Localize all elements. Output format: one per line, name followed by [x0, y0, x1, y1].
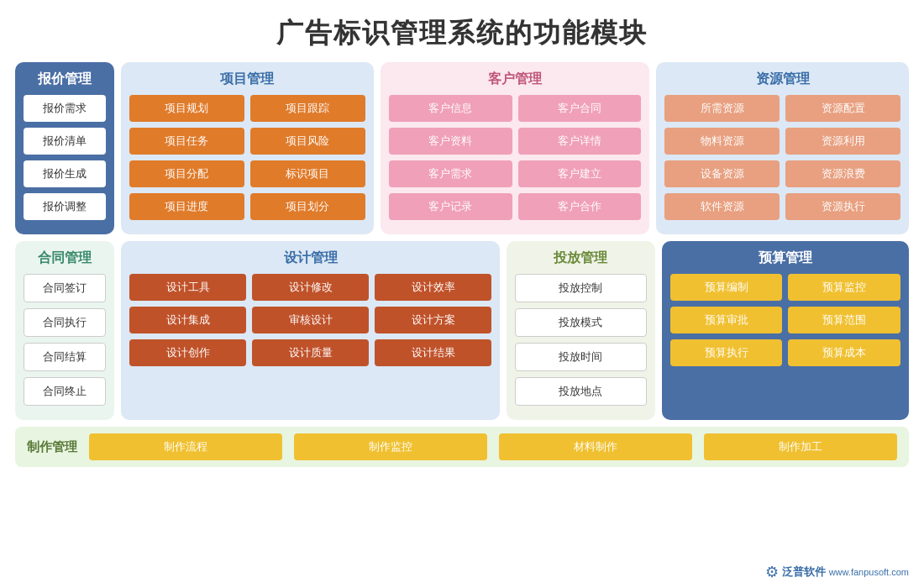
- ziyuan-title: 资源管理: [664, 71, 900, 88]
- zhizuo-title: 制作管理: [27, 439, 77, 455]
- xiangmu-item-3[interactable]: 项目风险: [250, 128, 365, 155]
- sheji-item-2[interactable]: 设计效率: [375, 274, 491, 301]
- kehu-item-4[interactable]: 客户需求: [389, 160, 512, 187]
- footer-icon: ⚙: [765, 563, 779, 581]
- footer-url: www.fanpusoft.com: [829, 567, 909, 577]
- panel-yusuan: 预算管理 预算编制 预算监控 预算审批 预算范围 预算执行 预算成本: [662, 241, 909, 420]
- ziyuan-item-5[interactable]: 资源浪费: [785, 160, 900, 187]
- ziyuan-grid: 所需资源 资源配置 物料资源 资源利用 设备资源 资源浪费 软件资源 资源执行: [664, 95, 900, 220]
- yusuan-grid: 预算编制 预算监控 预算审批 预算范围 预算执行 预算成本: [670, 274, 900, 366]
- baojia-item-2[interactable]: 报价生成: [24, 160, 106, 187]
- ziyuan-item-0[interactable]: 所需资源: [664, 95, 780, 122]
- toupang-item-3[interactable]: 投放地点: [515, 377, 647, 406]
- xiangmu-item-6[interactable]: 项目进度: [129, 193, 244, 220]
- xiangmu-item-5[interactable]: 标识项目: [250, 160, 365, 187]
- kehu-grid: 客户信息 客户合同 客户资料 客户详情 客户需求 客户建立 客户记录 客户合作: [389, 95, 642, 220]
- yusuan-item-4[interactable]: 预算执行: [670, 339, 783, 366]
- panel-kehu: 客户管理 客户信息 客户合同 客户资料 客户详情 客户需求 客户建立 客户记录 …: [381, 62, 650, 234]
- zhizuo-item-3[interactable]: 制作加工: [704, 433, 897, 460]
- baojia-item-1[interactable]: 报价清单: [24, 128, 106, 155]
- sheji-item-7[interactable]: 设计质量: [252, 339, 369, 366]
- top-row: 报价管理 报价需求 报价清单 报价生成 报价调整 项目管理 项目规划 项目跟踪 …: [15, 62, 909, 234]
- sheji-item-6[interactable]: 设计创作: [129, 339, 246, 366]
- panel-hetong: 合同管理 合同签订 合同执行 合同结算 合同终止: [15, 241, 114, 420]
- xiangmu-item-1[interactable]: 项目跟踪: [250, 95, 365, 122]
- footer: ⚙ 泛普软件 www.fanpusoft.com: [765, 563, 909, 581]
- ziyuan-item-6[interactable]: 软件资源: [664, 193, 780, 220]
- sheji-item-3[interactable]: 设计集成: [129, 307, 246, 333]
- zhizuo-item-2[interactable]: 材料制作: [499, 433, 692, 460]
- ziyuan-item-7[interactable]: 资源执行: [785, 193, 900, 220]
- zhizuo-strip: 制作管理 制作流程 制作监控 材料制作 制作加工: [15, 427, 909, 467]
- hetong-item-1[interactable]: 合同执行: [24, 308, 106, 337]
- toupang-title: 投放管理: [515, 249, 647, 267]
- sheji-item-0[interactable]: 设计工具: [129, 274, 246, 301]
- kehu-item-3[interactable]: 客户详情: [518, 128, 642, 155]
- kehu-title: 客户管理: [389, 71, 642, 88]
- xiangmu-item-0[interactable]: 项目规划: [129, 95, 244, 122]
- kehu-item-1[interactable]: 客户合同: [518, 95, 642, 122]
- zhizuo-item-0[interactable]: 制作流程: [89, 433, 282, 460]
- zhizuo-item-1[interactable]: 制作监控: [294, 433, 487, 460]
- ziyuan-item-1[interactable]: 资源配置: [785, 95, 900, 122]
- kehu-item-5[interactable]: 客户建立: [518, 160, 642, 187]
- kehu-item-0[interactable]: 客户信息: [389, 95, 512, 122]
- hetong-item-3[interactable]: 合同终止: [24, 377, 106, 406]
- ziyuan-item-2[interactable]: 物料资源: [664, 128, 780, 155]
- main-grid: 报价管理 报价需求 报价清单 报价生成 报价调整 项目管理 项目规划 项目跟踪 …: [0, 62, 924, 472]
- panel-sheji: 设计管理 设计工具 设计修改 设计效率 设计集成 审核设计 设计方案 设计创作 …: [121, 241, 500, 420]
- kehu-item-6[interactable]: 客户记录: [389, 193, 512, 220]
- sheji-item-1[interactable]: 设计修改: [252, 274, 369, 301]
- toupang-item-0[interactable]: 投放控制: [515, 274, 647, 302]
- sheji-item-4[interactable]: 审核设计: [252, 307, 369, 333]
- toupang-item-1[interactable]: 投放模式: [515, 308, 647, 337]
- panel-ziyuan: 资源管理 所需资源 资源配置 物料资源 资源利用 设备资源 资源浪费 软件资源 …: [656, 62, 909, 234]
- yusuan-item-1[interactable]: 预算监控: [788, 274, 900, 301]
- sheji-item-5[interactable]: 设计方案: [375, 307, 491, 333]
- yusuan-item-5[interactable]: 预算成本: [788, 339, 900, 366]
- sheji-item-8[interactable]: 设计结果: [375, 339, 491, 366]
- sheji-title: 设计管理: [129, 249, 491, 267]
- yusuan-title: 预算管理: [670, 249, 900, 267]
- sheji-grid: 设计工具 设计修改 设计效率 设计集成 审核设计 设计方案 设计创作 设计质量 …: [129, 274, 491, 366]
- baojia-item-0[interactable]: 报价需求: [24, 95, 106, 122]
- hetong-title: 合同管理: [24, 249, 106, 267]
- yusuan-item-2[interactable]: 预算审批: [670, 307, 783, 333]
- baojia-item-3[interactable]: 报价调整: [24, 193, 106, 220]
- ziyuan-item-4[interactable]: 设备资源: [664, 160, 780, 187]
- xiangmu-item-2[interactable]: 项目任务: [129, 128, 244, 155]
- yusuan-item-0[interactable]: 预算编制: [670, 274, 783, 301]
- footer-logo: 泛普软件: [782, 564, 826, 580]
- kehu-item-2[interactable]: 客户资料: [389, 128, 512, 155]
- hetong-item-0[interactable]: 合同签订: [24, 274, 106, 302]
- baojia-title: 报价管理: [24, 71, 106, 88]
- toupang-item-2[interactable]: 投放时间: [515, 343, 647, 371]
- panel-xiangmu: 项目管理 项目规划 项目跟踪 项目任务 项目风险 项目分配 标识项目 项目进度 …: [121, 62, 374, 234]
- xiangmu-item-4[interactable]: 项目分配: [129, 160, 244, 187]
- panel-toupang: 投放管理 投放控制 投放模式 投放时间 投放地点: [507, 241, 655, 420]
- page-title: 广告标识管理系统的功能模块: [0, 0, 924, 62]
- xiangmu-title: 项目管理: [129, 71, 365, 88]
- xiangmu-item-7[interactable]: 项目划分: [250, 193, 365, 220]
- kehu-item-7[interactable]: 客户合作: [518, 193, 642, 220]
- bottom-row: 合同管理 合同签订 合同执行 合同结算 合同终止 设计管理 设计工具 设计修改 …: [15, 241, 909, 420]
- ziyuan-item-3[interactable]: 资源利用: [785, 128, 900, 155]
- panel-baojia: 报价管理 报价需求 报价清单 报价生成 报价调整: [15, 62, 114, 234]
- xiangmu-grid: 项目规划 项目跟踪 项目任务 项目风险 项目分配 标识项目 项目进度 项目划分: [129, 95, 365, 220]
- yusuan-item-3[interactable]: 预算范围: [788, 307, 900, 333]
- hetong-item-2[interactable]: 合同结算: [24, 343, 106, 371]
